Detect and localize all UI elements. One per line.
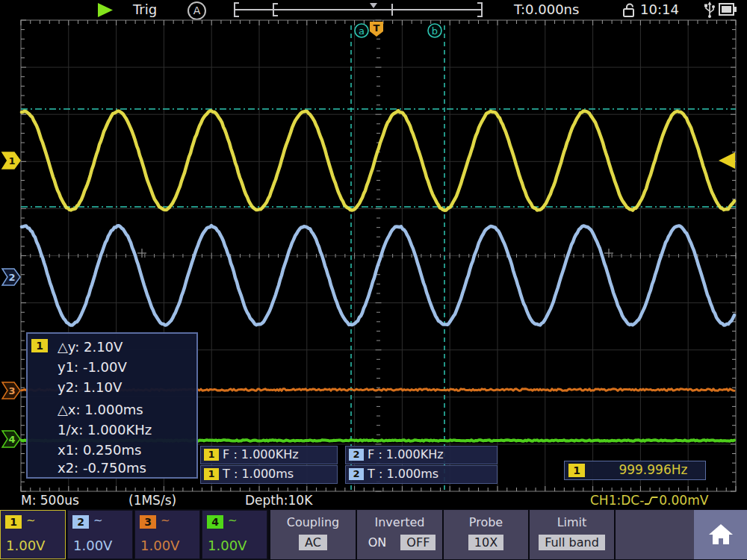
ch2-frequency-measure: 2 F : 1.000KHz: [345, 446, 498, 464]
channel-4-cell[interactable]: 4 ~ 1.00V: [202, 510, 267, 559]
timebase-readout[interactable]: M: 500us: [21, 491, 79, 509]
menu-coupling[interactable]: Coupling AC: [269, 510, 356, 559]
ch1-badge: 1: [204, 449, 219, 461]
channel-1-coupling-icon: ~: [26, 514, 36, 527]
probe-value-button[interactable]: 10X: [468, 535, 503, 550]
oscilloscope-screen: Tab1234 Trig A T:0.000ns 10:14 1 △y: 2.1: [0, 0, 747, 560]
ch2-period-measure: 2 T : 1.000ms: [345, 465, 498, 484]
menu-probe[interactable]: Probe 10X: [442, 510, 528, 559]
cursor-x1: x1: 0.250ms: [58, 440, 141, 460]
trigger-position-flag[interactable]: T: [370, 22, 383, 37]
cursor-y1: y1: -1.00V: [58, 357, 127, 377]
trigger-settings-readout[interactable]: CH1:DC-0.00mV: [590, 491, 708, 509]
inverted-off-button[interactable]: OFF: [400, 535, 436, 550]
svg-text:1: 1: [8, 155, 15, 167]
channel-position-markers[interactable]: 1234: [2, 152, 20, 447]
cursor-measurement-panel: 1 △y: 2.10V y1: -1.00V y2: 1.10V △x: 1.0…: [26, 332, 198, 479]
svg-text:T: T: [374, 22, 380, 34]
trigger-level-marker[interactable]: [719, 152, 735, 169]
probe-label: Probe: [444, 515, 528, 529]
menu-inverted[interactable]: Inverted ON OFF: [356, 510, 442, 559]
menu-empty-cell: [614, 510, 694, 559]
inverted-on-button[interactable]: ON: [364, 535, 391, 550]
channel-1-marker[interactable]: 1: [2, 152, 20, 169]
inverted-label: Inverted: [357, 515, 442, 529]
home-icon: [708, 523, 734, 546]
sample-rate-readout: (1MS/s): [128, 491, 176, 509]
channel-2-badge: 2: [72, 515, 89, 529]
cursor-delta-y: △y: 2.10V: [58, 337, 123, 357]
channel-1-badge: 1: [5, 515, 22, 529]
ch1-period-measure: 1 T : 1.000ms: [200, 465, 338, 484]
channel-3-cell[interactable]: 3 ~ 1.00V: [134, 510, 200, 559]
ch1-badge: 1: [204, 468, 219, 480]
svg-text:4: 4: [8, 434, 15, 445]
channel-3-badge: 3: [140, 515, 156, 529]
channel-4-marker[interactable]: 4: [2, 431, 20, 447]
bottom-panel: 1 ~ 1.00V 2 ~ 1.00V 3 ~ 1.00V 4 ~ 1.00V …: [0, 509, 747, 560]
menu-limit[interactable]: Limit Full band: [528, 510, 614, 559]
cursor-inverse-x: 1/x: 1.000KHz: [58, 420, 152, 440]
channel-2-marker[interactable]: 2: [2, 269, 20, 285]
channel-2-cell[interactable]: 2 ~ 1.00V: [67, 510, 133, 559]
channel-4-badge: 4: [207, 515, 223, 529]
coupling-label: Coupling: [270, 515, 356, 529]
home-button[interactable]: [694, 510, 747, 559]
channel-1-scale: 1.00V: [6, 538, 45, 553]
battery-icon: [719, 3, 738, 16]
channel-3-marker[interactable]: 3: [2, 382, 20, 399]
cursor-b-label[interactable]: b: [428, 24, 441, 37]
channel-2-scale: 1.00V: [73, 538, 112, 553]
cursor-a-label[interactable]: a: [355, 24, 368, 37]
run-state-play-icon[interactable]: [97, 3, 114, 17]
channel-4-scale: 1.00V: [208, 538, 247, 553]
svg-text:b: b: [432, 25, 438, 37]
ch1-frequency-measure: 1 F : 1.000KHz: [200, 446, 338, 464]
frequency-counter: 1 999.996Hz: [564, 461, 706, 480]
ch1-waveform[interactable]: [22, 111, 734, 211]
limit-value-button[interactable]: Full band: [539, 535, 605, 550]
trigger-position-pointer[interactable]: [370, 3, 377, 8]
limit-label: Limit: [530, 515, 614, 529]
svg-text:2: 2: [8, 272, 15, 283]
lock-icon[interactable]: [622, 3, 636, 17]
channel-2-coupling-icon: ~: [93, 514, 103, 527]
channel-3-coupling-icon: ~: [161, 514, 170, 527]
coupling-value-button[interactable]: AC: [299, 535, 327, 550]
rising-edge-icon: [644, 494, 659, 506]
ch2-badge: 2: [349, 468, 364, 480]
svg-text:3: 3: [8, 385, 15, 396]
cursor-x2: x2: -0.750ms: [58, 458, 146, 478]
cursor-y2: y2: 1.10V: [58, 377, 122, 397]
cursor-delta-x: △x: 1.000ms: [58, 399, 143, 420]
ch2-waveform[interactable]: [22, 225, 734, 325]
svg-text:a: a: [359, 25, 365, 37]
channel-1-cell[interactable]: 1 ~ 1.00V: [0, 510, 66, 559]
record-depth-readout: Depth:10K: [245, 491, 312, 509]
channel-3-scale: 1.00V: [140, 538, 179, 553]
ch2-badge: 2: [349, 449, 364, 461]
channel-4-coupling-icon: ~: [228, 514, 238, 527]
horizontal-position-bar[interactable]: [229, 0, 486, 19]
cursor-source-badge: 1: [31, 339, 48, 352]
counter-source-badge: 1: [568, 464, 585, 477]
usb-icon: [704, 1, 716, 18]
counter-value: 999.996Hz: [619, 462, 687, 477]
